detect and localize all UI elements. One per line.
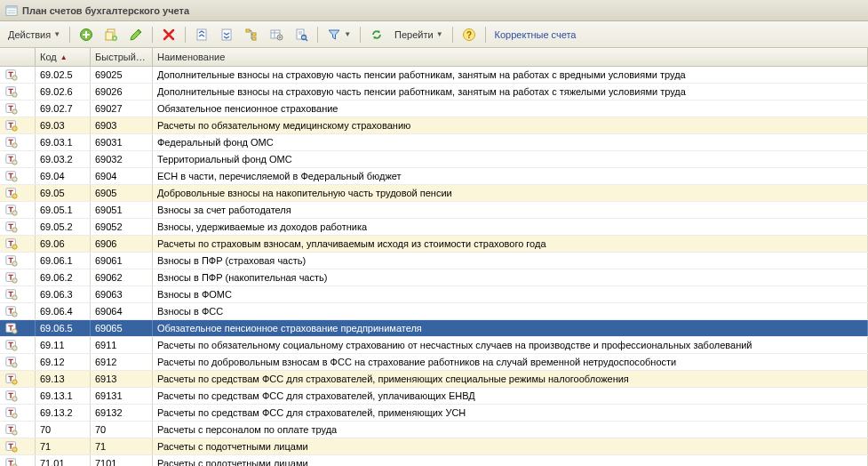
- table-row[interactable]: 69.036903Расчеты по обязательному медици…: [0, 117, 868, 134]
- grid-header: Код ▲ Быстрый… Наименование: [0, 48, 868, 67]
- t-account-icon: [4, 153, 19, 165]
- row-name-cell: Добровольные взносы на накопительную час…: [153, 185, 868, 201]
- table-row[interactable]: 69.046904ЕСН в части, перечисляемой в Фе…: [0, 168, 868, 185]
- hierarchy-button[interactable]: [240, 25, 263, 44]
- t-account-icon: [4, 204, 19, 216]
- row-fast-cell: 69032: [91, 151, 153, 167]
- edit-button[interactable]: [124, 25, 147, 44]
- table-row[interactable]: 69.06.369063Взносы в ФОМС: [0, 286, 868, 303]
- t-account-icon: [4, 440, 19, 453]
- svg-point-36: [12, 160, 17, 165]
- table-row[interactable]: 69.06.269062Взносы в ПФР (накопительная …: [0, 269, 868, 286]
- t-account-icon: [4, 271, 19, 284]
- table-row[interactable]: 69.02.769027Обязательное пенсионное стра…: [0, 100, 868, 117]
- header-icon-col[interactable]: [0, 48, 36, 66]
- row-type-icon-cell: [0, 253, 36, 269]
- table-row[interactable]: 69.06.569065Обязательное пенсионное стра…: [0, 320, 868, 337]
- header-name-col[interactable]: Наименование: [153, 48, 868, 66]
- table-row[interactable]: 69.13.169131Расчеты по средствам ФСС для…: [0, 388, 868, 405]
- add-circle-icon: [79, 28, 93, 42]
- t-account-icon: [4, 423, 19, 436]
- help-button[interactable]: ?: [458, 25, 481, 44]
- row-code-cell: 69.13.1: [36, 388, 91, 404]
- row-name-cell: Взносы в ПФР (страховая часть): [153, 253, 868, 269]
- refresh-button[interactable]: [365, 25, 388, 44]
- svg-point-58: [12, 346, 17, 350]
- row-type-icon-cell: [0, 354, 36, 370]
- chevron-down-icon: ▼: [344, 30, 351, 38]
- row-code-cell: 69.13.2: [36, 405, 91, 421]
- row-code-cell: 71.01: [36, 455, 91, 466]
- row-type-icon-cell: [0, 185, 36, 201]
- row-code-cell: 69.06.3: [36, 286, 91, 302]
- row-code-cell: 69.03: [36, 117, 91, 133]
- toolbar-separator: [152, 27, 153, 43]
- row-type-icon-cell: [0, 303, 36, 319]
- header-fast-col[interactable]: Быстрый…: [91, 48, 153, 66]
- row-type-icon-cell: [0, 67, 36, 83]
- table-row[interactable]: 69.03.169031Федеральный фонд ОМС: [0, 134, 868, 151]
- table-row[interactable]: 69.126912Расчеты по добровольным взносам…: [0, 354, 868, 371]
- filter-button[interactable]: ▼: [323, 25, 355, 44]
- table-row[interactable]: 69.05.169051Взносы за счет работодателя: [0, 202, 868, 219]
- svg-point-70: [12, 447, 17, 452]
- row-fast-cell: 69027: [91, 100, 153, 116]
- svg-point-30: [12, 109, 17, 114]
- table-row[interactable]: 71.017101Расчеты с подотчетными лицами: [0, 455, 868, 466]
- table-row[interactable]: 7171Расчеты с подотчетными лицами: [0, 438, 868, 455]
- copy-button[interactable]: [100, 25, 123, 44]
- row-name-cell: Дополнительные взносы на страховую часть…: [153, 84, 868, 100]
- table-row[interactable]: 7070Расчеты с персоналом по оплате труда: [0, 422, 868, 438]
- row-type-icon-cell: [0, 219, 36, 235]
- svg-point-54: [12, 312, 17, 317]
- t-account-icon: [4, 457, 19, 466]
- table-row[interactable]: 69.02.569025Дополнительные взносы на стр…: [0, 67, 868, 84]
- table-row[interactable]: 69.06.469064Взносы в ФСС: [0, 303, 868, 320]
- table-row[interactable]: 69.066906Расчеты по страховым взносам, у…: [0, 236, 868, 253]
- move-last-button[interactable]: [215, 25, 238, 44]
- row-code-cell: 69.06: [36, 236, 91, 252]
- page-up-icon: [195, 28, 209, 42]
- grid-body[interactable]: 69.02.569025Дополнительные взносы на стр…: [0, 67, 868, 466]
- table-row[interactable]: 69.05.269052Взносы, удерживаемые из дохо…: [0, 219, 868, 236]
- row-name-cell: Расчеты с персоналом по оплате труда: [153, 422, 868, 438]
- row-name-cell: Обязательное пенсионное страхование: [153, 100, 868, 116]
- t-account-icon: [4, 237, 19, 250]
- row-code-cell: 69.03.1: [36, 134, 91, 150]
- table-row[interactable]: 69.056905Добровольные взносы на накопите…: [0, 185, 868, 202]
- svg-point-28: [12, 92, 17, 97]
- row-type-icon-cell: [0, 438, 36, 454]
- svg-point-38: [12, 177, 17, 181]
- actions-menu[interactable]: Действия ▼: [4, 27, 65, 43]
- row-type-icon-cell: [0, 388, 36, 404]
- table-row[interactable]: 69.13.269132Расчеты по средствам ФСС для…: [0, 405, 868, 422]
- row-fast-cell: 6912: [91, 354, 153, 370]
- t-account-icon: [4, 68, 19, 81]
- t-account-icon: [4, 288, 19, 301]
- correct-accounts-button[interactable]: Корректные счета: [490, 27, 581, 43]
- goto-menu[interactable]: Перейти ▼: [390, 27, 448, 43]
- row-name-cell: Расчеты по обязательному медицинскому ст…: [153, 117, 868, 133]
- row-fast-cell: 69064: [91, 303, 153, 319]
- row-type-icon-cell: [0, 320, 36, 336]
- row-code-cell: 69.02.7: [36, 100, 91, 116]
- svg-point-68: [12, 430, 17, 435]
- table-row[interactable]: 69.06.169061Взносы в ПФР (страховая част…: [0, 253, 868, 269]
- row-code-cell: 69.13: [36, 371, 91, 387]
- header-code-col[interactable]: Код ▲: [36, 48, 91, 66]
- delete-button[interactable]: [157, 25, 180, 44]
- add-button[interactable]: [75, 25, 98, 44]
- copy-sheet-icon: [104, 28, 118, 42]
- row-name-cell: Расчеты по средствам ФСС для страховател…: [153, 371, 868, 387]
- table-row[interactable]: 69.03.269032Территориальный фонд ОМС: [0, 151, 868, 168]
- table-row[interactable]: 69.02.669026Дополнительные взносы на стр…: [0, 84, 868, 100]
- table-row[interactable]: 69.116911Расчеты по обязательному социал…: [0, 337, 868, 354]
- row-code-cell: 69.03.2: [36, 151, 91, 167]
- find-button[interactable]: [290, 25, 313, 44]
- columns-button[interactable]: [265, 25, 288, 44]
- window-icon: [5, 4, 18, 17]
- table-row[interactable]: 69.136913Расчеты по средствам ФСС для ст…: [0, 371, 868, 388]
- t-account-icon: [4, 305, 19, 317]
- row-type-icon-cell: [0, 84, 36, 100]
- move-first-button[interactable]: [190, 25, 213, 44]
